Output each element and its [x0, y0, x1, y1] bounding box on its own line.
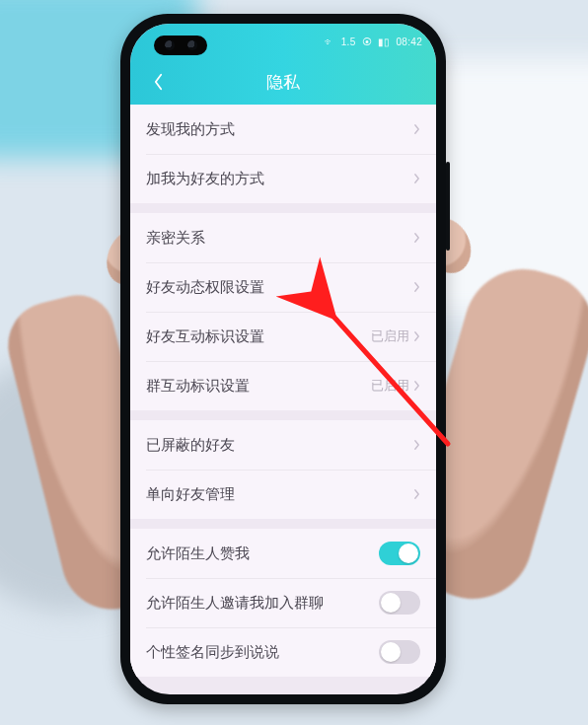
row-allow-strangers-invite-group[interactable]: 允许陌生人邀请我加入群聊 [130, 578, 436, 627]
settings-group: 发现我的方式 加我为好友的方式 [130, 105, 436, 203]
chevron-right-icon [413, 123, 420, 135]
row-label: 个性签名同步到说说 [146, 643, 379, 662]
row-add-me-method[interactable]: 加我为好友的方式 [130, 154, 436, 203]
row-value: 已启用 [371, 328, 409, 345]
settings-list: 发现我的方式 加我为好友的方式 亲密关系 [130, 105, 436, 677]
row-label: 单向好友管理 [146, 485, 413, 504]
chevron-right-icon [413, 173, 420, 184]
row-value: 已启用 [371, 378, 409, 395]
chevron-left-icon [153, 73, 164, 91]
phone-frame: ᯤ 1.5 ⦿ ▮▯ 08:42 隐私 发现我的方式 [120, 14, 446, 704]
row-label: 好友互动标识设置 [146, 327, 371, 346]
settings-group: 允许陌生人赞我 允许陌生人邀请我加入群聊 个性签名同步到说说 [130, 529, 436, 677]
row-label: 发现我的方式 [146, 120, 413, 139]
back-button[interactable] [140, 59, 176, 105]
row-group-interaction-marks[interactable]: 群互动标识设置 已启用 [130, 361, 436, 410]
signal-icon: ᯤ [325, 36, 334, 47]
row-label: 已屏蔽的好友 [146, 436, 413, 455]
row-label: 好友动态权限设置 [146, 278, 413, 297]
chevron-right-icon [413, 439, 420, 451]
chevron-right-icon [413, 488, 420, 500]
row-label: 允许陌生人邀请我加入群聊 [146, 594, 379, 613]
row-friend-interaction-marks[interactable]: 好友互动标识设置 已启用 [130, 312, 436, 361]
status-extra-icon: ⦿ [362, 36, 372, 47]
status-time: 08:42 [396, 36, 422, 47]
row-friend-moments-permission[interactable]: 好友动态权限设置 [130, 262, 436, 312]
network-label: 1.5 [341, 36, 356, 47]
nav-bar: 隐私 [130, 59, 436, 105]
row-intimate-relationship[interactable]: 亲密关系 [130, 213, 436, 262]
row-label: 允许陌生人赞我 [146, 544, 379, 563]
row-blocked-friends[interactable]: 已屏蔽的好友 [130, 420, 436, 470]
row-label: 加我为好友的方式 [146, 170, 413, 188]
row-one-way-friends[interactable]: 单向好友管理 [130, 470, 436, 519]
toggle-allow-strangers-like[interactable] [379, 542, 420, 565]
page-title: 隐私 [130, 71, 436, 94]
row-label: 亲密关系 [146, 229, 413, 248]
phone-screen: ᯤ 1.5 ⦿ ▮▯ 08:42 隐私 发现我的方式 [130, 24, 436, 694]
chevron-right-icon [413, 232, 420, 244]
chevron-right-icon [413, 330, 420, 342]
chevron-right-icon [413, 380, 420, 392]
toggle-sync-signature-to-feed[interactable] [379, 640, 420, 664]
toggle-allow-strangers-invite-group[interactable] [379, 591, 420, 615]
chevron-right-icon [413, 281, 420, 293]
settings-group: 亲密关系 好友动态权限设置 好友互动标识设置 已启用 [130, 213, 436, 410]
row-allow-strangers-like[interactable]: 允许陌生人赞我 [130, 529, 436, 578]
settings-group: 已屏蔽的好友 单向好友管理 [130, 420, 436, 519]
battery-icon: ▮▯ [378, 36, 391, 47]
row-discover-me[interactable]: 发现我的方式 [130, 105, 436, 154]
row-sync-signature-to-feed[interactable]: 个性签名同步到说说 [130, 627, 436, 677]
front-camera-cutout [154, 36, 207, 55]
row-label: 群互动标识设置 [146, 377, 371, 396]
